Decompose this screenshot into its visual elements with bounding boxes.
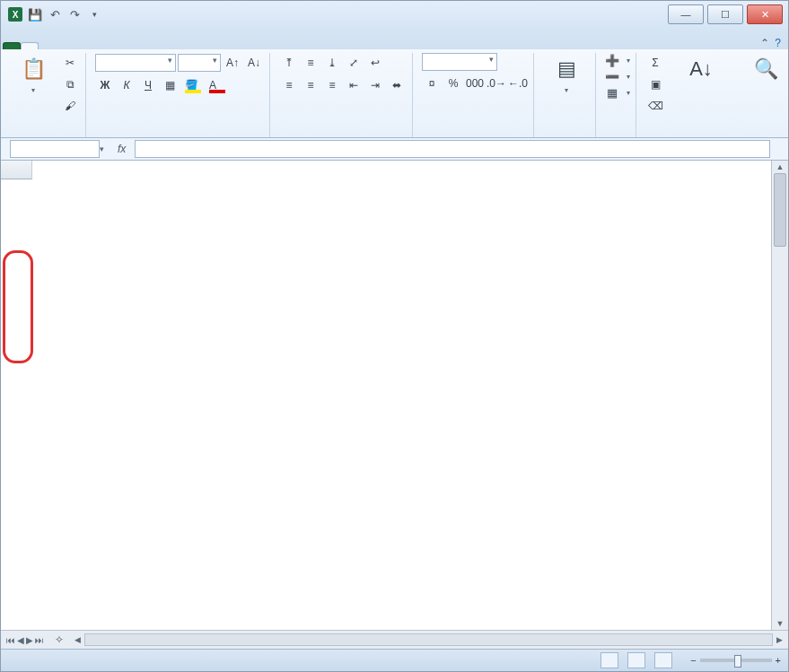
underline-button[interactable]: Ч	[138, 75, 158, 95]
tab-foxit[interactable]	[182, 42, 200, 49]
orientation-icon[interactable]: ⤢	[344, 53, 364, 73]
tab-developer[interactable]	[146, 42, 164, 49]
group-styles: ▤ ▾	[538, 53, 596, 137]
sheet-nav-prev-icon[interactable]: ◀	[17, 635, 24, 645]
minimize-button[interactable]: —	[668, 4, 704, 24]
qab-more-icon[interactable]: ▾	[87, 7, 101, 22]
align-right-icon[interactable]: ≡	[322, 75, 342, 95]
format-cells-button[interactable]: ▦▾	[605, 85, 630, 100]
worksheet-area: ▲ ▼	[1, 161, 788, 630]
cut-icon[interactable]: ✂	[60, 53, 80, 73]
percent-icon[interactable]: %	[443, 74, 463, 93]
merge-cells-icon[interactable]: ⬌	[387, 75, 407, 95]
font-color-icon[interactable]: A	[203, 75, 223, 95]
scroll-up-icon[interactable]: ▲	[776, 162, 785, 171]
quick-access-toolbar: X 💾 ↶ ↷ ▾ — ☐ ✕	[1, 1, 788, 28]
border-icon[interactable]: ▦	[160, 75, 180, 95]
app-window: X 💾 ↶ ↷ ▾ — ☐ ✕ ⌃ ?	[0, 0, 789, 672]
find-select-button[interactable]: 🔍	[737, 53, 789, 87]
close-button[interactable]: ✕	[747, 4, 783, 24]
zoom-slider[interactable]: − +	[690, 655, 781, 666]
view-pagebreak-icon[interactable]	[654, 652, 672, 668]
help-icon[interactable]: ?	[775, 37, 781, 49]
decrease-decimal-icon[interactable]: ←.0	[508, 74, 528, 93]
group-number: ¤ % 000 .0→ ←.0	[416, 53, 534, 137]
delete-cells-button[interactable]: ➖▾	[605, 69, 630, 83]
tab-file[interactable]	[3, 42, 21, 49]
font-name-combo[interactable]	[95, 54, 176, 72]
group-alignment: ⤒ ≡ ⤓ ⤢ ↩ ≡ ≡ ≡ ⇤ ⇥ ⬌	[274, 53, 413, 137]
group-caption	[422, 133, 528, 137]
paste-button[interactable]: 📋 ▾	[10, 53, 57, 97]
number-format-combo[interactable]	[422, 53, 497, 71]
insert-cells-button[interactable]: ➕▾	[605, 53, 630, 67]
scroll-right-icon[interactable]: ▶	[776, 635, 783, 644]
tab-layout[interactable]	[57, 42, 75, 49]
comma-icon[interactable]: 000	[465, 74, 485, 93]
tab-view[interactable]	[128, 42, 146, 49]
clear-icon[interactable]: ⌫	[645, 96, 665, 116]
group-cells: ➕▾ ➖▾ ▦▾	[600, 53, 636, 137]
view-layout-icon[interactable]	[627, 652, 645, 668]
namebox-dropdown-icon[interactable]: ▾	[100, 144, 104, 153]
fill-icon[interactable]: ▣	[645, 74, 665, 94]
maximize-button[interactable]: ☐	[707, 4, 743, 24]
redo-icon[interactable]: ↷	[67, 7, 82, 22]
sheet-nav-next-icon[interactable]: ▶	[26, 635, 33, 645]
undo-icon[interactable]: ↶	[48, 7, 62, 22]
sheet-nav-first-icon[interactable]: ⏮	[6, 635, 15, 645]
scroll-left-icon[interactable]: ◀	[75, 635, 81, 644]
sort-filter-button[interactable]: A↓	[669, 53, 733, 87]
group-caption	[605, 133, 630, 137]
horizontal-scrollbar[interactable]: ◀ ▶	[69, 633, 788, 646]
decrease-indent-icon[interactable]: ⇤	[344, 75, 364, 95]
vertical-scrollbar[interactable]: ▲ ▼	[771, 161, 788, 630]
grid[interactable]	[1, 161, 771, 630]
group-caption	[543, 133, 590, 137]
tab-formulas[interactable]	[75, 42, 92, 49]
align-left-icon[interactable]: ≡	[279, 75, 299, 95]
tab-review[interactable]	[110, 42, 128, 49]
name-box[interactable]	[10, 140, 100, 158]
sheet-nav-last-icon[interactable]: ⏭	[35, 635, 44, 645]
formula-input[interactable]	[135, 140, 770, 158]
new-sheet-icon[interactable]: ✧	[49, 633, 69, 646]
format-painter-icon[interactable]: 🖌	[60, 96, 80, 116]
ribbon-tabs: ⌃ ?	[1, 28, 788, 49]
wrap-text-icon[interactable]: ↩	[365, 53, 385, 73]
view-normal-icon[interactable]	[601, 652, 618, 668]
tab-abbyy[interactable]	[200, 42, 218, 49]
fill-color-icon[interactable]: 🪣	[181, 75, 201, 95]
tab-insert[interactable]	[39, 42, 57, 49]
fx-icon[interactable]: fx	[118, 143, 126, 155]
align-middle-icon[interactable]: ≡	[301, 53, 320, 73]
currency-icon[interactable]: ¤	[422, 74, 442, 93]
decrease-font-icon[interactable]: A↓	[244, 53, 264, 73]
minimize-ribbon-icon[interactable]: ⌃	[760, 37, 769, 49]
scroll-down-icon[interactable]: ▼	[776, 619, 785, 628]
group-caption	[95, 133, 264, 137]
increase-font-icon[interactable]: A↑	[223, 53, 242, 73]
group-caption	[645, 133, 789, 137]
styles-button[interactable]: ▤ ▾	[543, 53, 590, 97]
bold-button[interactable]: Ж	[95, 75, 115, 95]
zoom-out-icon[interactable]: −	[690, 655, 696, 666]
status-bar: − +	[1, 649, 788, 671]
tab-home[interactable]	[21, 42, 39, 49]
italic-button[interactable]: К	[117, 75, 136, 95]
excel-icon[interactable]: X	[8, 7, 22, 22]
tab-data[interactable]	[92, 42, 110, 49]
align-top-icon[interactable]: ⤒	[279, 53, 299, 73]
increase-indent-icon[interactable]: ⇥	[365, 75, 385, 95]
align-bottom-icon[interactable]: ⤓	[322, 53, 342, 73]
align-center-icon[interactable]: ≡	[301, 75, 320, 95]
copy-icon[interactable]: ⧉	[60, 74, 80, 94]
zoom-in-icon[interactable]: +	[776, 655, 781, 666]
tab-addins[interactable]	[164, 42, 182, 49]
autosum-icon[interactable]: Σ	[645, 53, 665, 73]
save-icon[interactable]: 💾	[28, 7, 42, 22]
select-all-corner[interactable]	[1, 161, 32, 179]
increase-decimal-icon[interactable]: .0→	[487, 74, 506, 93]
font-size-combo[interactable]	[178, 54, 221, 72]
scroll-thumb[interactable]	[774, 173, 786, 247]
